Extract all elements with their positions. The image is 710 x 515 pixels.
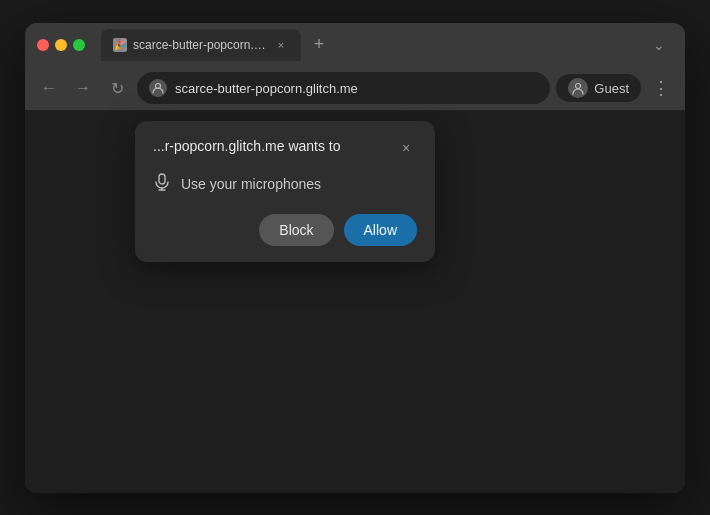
address-bar-row: ← → ↻ scarce-butter-popcorn.glitch.me Gu… — [25, 67, 685, 111]
active-tab[interactable]: 🎉 scarce-butter-popcorn.glitch... × — [101, 29, 301, 61]
site-identity-icon — [149, 79, 167, 97]
reload-button[interactable]: ↻ — [103, 74, 131, 102]
guest-label: Guest — [594, 81, 629, 96]
tab-title: scarce-butter-popcorn.glitch... — [133, 38, 267, 52]
more-options-button[interactable]: ⋮ — [647, 74, 675, 102]
address-bar[interactable]: scarce-butter-popcorn.glitch.me — [137, 72, 550, 104]
block-button[interactable]: Block — [259, 214, 333, 246]
maximize-traffic-light[interactable] — [73, 39, 85, 51]
svg-point-1 — [576, 84, 581, 89]
close-traffic-light[interactable] — [37, 39, 49, 51]
popup-close-button[interactable]: × — [395, 137, 417, 159]
content-area: ...r-popcorn.glitch.me wants to × Use yo… — [25, 111, 685, 493]
popup-title: ...r-popcorn.glitch.me wants to — [153, 137, 387, 157]
guest-button[interactable]: Guest — [556, 74, 641, 102]
svg-rect-2 — [159, 174, 165, 184]
tab-bar: 🎉 scarce-butter-popcorn.glitch... × + ⌄ — [101, 29, 673, 61]
popup-header: ...r-popcorn.glitch.me wants to × — [153, 137, 417, 159]
browser-window: 🎉 scarce-butter-popcorn.glitch... × + ⌄ … — [25, 23, 685, 493]
url-text: scarce-butter-popcorn.glitch.me — [175, 81, 358, 96]
tab-menu-button[interactable]: ⌄ — [645, 31, 673, 59]
minimize-traffic-light[interactable] — [55, 39, 67, 51]
allow-button[interactable]: Allow — [344, 214, 417, 246]
traffic-lights — [37, 39, 85, 51]
tab-close-button[interactable]: × — [273, 37, 289, 53]
microphone-icon — [153, 173, 171, 196]
forward-button[interactable]: → — [69, 74, 97, 102]
back-button[interactable]: ← — [35, 74, 63, 102]
new-tab-button[interactable]: + — [305, 31, 333, 59]
permission-popup: ...r-popcorn.glitch.me wants to × Use yo… — [135, 121, 435, 262]
tab-favicon: 🎉 — [113, 38, 127, 52]
permission-label: Use your microphones — [181, 176, 321, 192]
guest-avatar-icon — [568, 78, 588, 98]
title-bar: 🎉 scarce-butter-popcorn.glitch... × + ⌄ — [25, 23, 685, 67]
permission-item: Use your microphones — [153, 173, 417, 196]
popup-actions: Block Allow — [153, 214, 417, 246]
